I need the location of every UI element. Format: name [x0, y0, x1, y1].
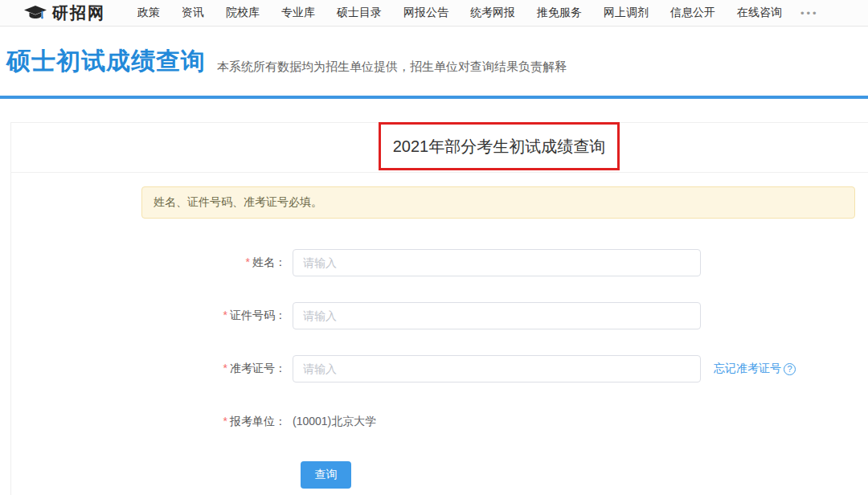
- id-number-row: *证件号码：: [24, 302, 868, 329]
- nav-item-colleges[interactable]: 院校库: [223, 6, 263, 20]
- nav-item-disclosure[interactable]: 信息公开: [667, 6, 719, 20]
- forgot-ticket-link[interactable]: 忘记准考证号 ?: [714, 362, 796, 376]
- target-university-row: *报考单位： (10001)北京大学: [24, 408, 868, 436]
- query-button[interactable]: 查询: [301, 461, 351, 489]
- card-header: 2021年部分考生初试成绩查询: [11, 123, 868, 173]
- required-fields-notice: 姓名、证件号码、准考证号必填。: [141, 186, 855, 219]
- name-input[interactable]: [293, 249, 701, 276]
- nav-item-catalog[interactable]: 硕士目录: [334, 6, 385, 20]
- admission-ticket-input[interactable]: [293, 355, 701, 382]
- site-logo[interactable]: 研招网: [24, 2, 105, 24]
- score-query-card: 2021年部分考生初试成绩查询 姓名、证件号码、准考证号必填。 *姓名： *证件…: [10, 122, 868, 495]
- score-query-form: *姓名： *证件号码： *准考证号： 忘记准考证号 ? *报考单位： (1000…: [24, 249, 868, 489]
- nav-item-policy[interactable]: 政策: [134, 6, 163, 20]
- nav-item-exempt[interactable]: 推免服务: [534, 6, 585, 20]
- submit-row: 查询: [301, 461, 868, 489]
- graduation-cap-icon: [24, 6, 47, 21]
- nav-item-consult[interactable]: 在线咨询: [734, 6, 785, 20]
- nav-item-news[interactable]: 资讯: [178, 6, 207, 20]
- card-body: 姓名、证件号码、准考证号必填。 *姓名： *证件号码： *准考证号： 忘记准考证…: [11, 173, 868, 495]
- nav-item-majors[interactable]: 专业库: [278, 6, 318, 20]
- header-divider: [0, 96, 868, 99]
- top-navigation: 研招网 政策 资讯 院校库 专业库 硕士目录 网报公告 统考网报 推免服务 网上…: [0, 0, 868, 27]
- question-circle-icon: ?: [784, 363, 796, 375]
- page-subtitle: 本系统所有数据均为招生单位提供，招生单位对查询结果负责解释: [217, 59, 567, 75]
- page-header: 硕士初试成绩查询 本系统所有数据均为招生单位提供，招生单位对查询结果负责解释: [0, 27, 868, 96]
- id-number-input[interactable]: [293, 302, 701, 329]
- admission-ticket-row: *准考证号： 忘记准考证号 ?: [24, 355, 868, 382]
- id-number-label: *证件号码：: [24, 309, 286, 323]
- nav-item-exam-signup[interactable]: 统考网报: [467, 6, 518, 20]
- red-annotation-box: 2021年部分考生初试成绩查询: [379, 122, 620, 170]
- required-marker: *: [223, 309, 227, 321]
- nav-item-adjust[interactable]: 网上调剂: [600, 6, 652, 20]
- target-university-label: *报考单位：: [24, 415, 286, 429]
- page-title: 硕士初试成绩查询: [6, 45, 206, 78]
- required-marker: *: [246, 256, 250, 268]
- required-marker: *: [223, 415, 227, 428]
- name-row: *姓名：: [24, 249, 868, 276]
- notice-text: 姓名、证件号码、准考证号必填。: [154, 195, 322, 210]
- target-university-value: (10001)北京大学: [293, 415, 376, 429]
- card-title: 2021年部分考生初试成绩查询: [393, 136, 606, 158]
- logo-text: 研招网: [52, 2, 105, 24]
- nav-item-announce[interactable]: 网报公告: [400, 6, 452, 20]
- nav-more-button[interactable]: •••: [800, 7, 819, 19]
- admission-ticket-label: *准考证号：: [24, 362, 286, 376]
- name-label: *姓名：: [24, 256, 286, 270]
- required-marker: *: [223, 362, 227, 374]
